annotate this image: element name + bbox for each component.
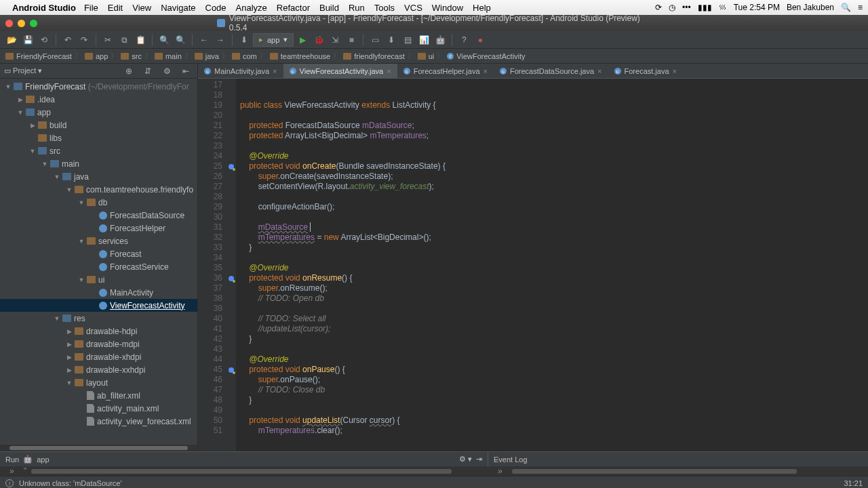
help-icon[interactable]: ? — [456, 33, 471, 47]
menu-vcs[interactable]: VCS — [404, 3, 422, 13]
tree-node[interactable]: ab_filter.xml — [0, 389, 197, 402]
breadcrumb-item[interactable]: ui — [418, 52, 435, 60]
tree-node[interactable]: ▼app — [0, 106, 197, 119]
menu-navigate[interactable]: Navigate — [161, 3, 195, 13]
breadcrumb-item[interactable]: main — [155, 52, 182, 60]
tree-node[interactable]: ▶drawable-xxhdpi — [0, 363, 197, 376]
wifi-icon[interactable]: ᯾ — [719, 3, 727, 12]
tree-node[interactable]: ▼com.teamtreehouse.friendlyfo — [0, 183, 197, 196]
tree-node[interactable]: ▶drawable-hdpi — [0, 325, 197, 338]
record-icon[interactable]: ● — [473, 33, 488, 47]
sdk-icon[interactable]: ⬇ — [384, 33, 399, 47]
event-log-header[interactable]: Event Log — [488, 452, 533, 466]
spotlight-icon[interactable]: 🔍 — [841, 3, 851, 12]
make-icon[interactable]: ⬇ — [237, 33, 252, 47]
run-config-selector[interactable]: ▸ app ▾ — [253, 33, 294, 47]
tree-node[interactable]: activity_main.xml — [0, 402, 197, 415]
replace-icon[interactable]: 🔍 — [173, 33, 188, 47]
menu-analyze[interactable]: Analyze — [236, 3, 267, 13]
breadcrumb-item[interactable]: teamtreehouse — [270, 52, 330, 60]
menu-icon[interactable]: ≡ — [858, 3, 863, 12]
tree-node[interactable]: Forecast — [0, 247, 197, 260]
run-icon[interactable]: ▶ — [295, 33, 310, 47]
editor-tab[interactable]: cViewForecastActivity.java× — [283, 64, 397, 78]
menu-edit[interactable]: Edit — [108, 3, 123, 13]
tree-node[interactable]: ViewForecastActivity — [0, 299, 197, 312]
avd-icon[interactable]: ▭ — [368, 33, 382, 47]
find-icon[interactable]: 🔍 — [157, 33, 172, 47]
copy-icon[interactable]: ⧉ — [117, 33, 132, 47]
minimize-icon[interactable]: ⇥ — [476, 455, 482, 464]
forward-icon[interactable]: → — [213, 33, 228, 47]
line-gutter[interactable]: 1718192021222324252627282930313233343536… — [198, 79, 226, 451]
scroll-to-icon[interactable]: ⊕ — [121, 64, 136, 78]
menu-refactor[interactable]: Refactor — [277, 3, 310, 13]
tree-node[interactable]: MainActivity — [0, 286, 197, 299]
clock[interactable]: Tue 2:54 PM — [734, 3, 780, 12]
tree-node[interactable]: ForecastService — [0, 260, 197, 273]
close-tab-icon[interactable]: × — [597, 67, 601, 75]
debug-icon[interactable]: 🐞 — [311, 33, 326, 47]
tree-node[interactable]: ▼ui — [0, 273, 197, 286]
run-panel-header[interactable]: Run 🤖 app ⚙ ▾ ⇥ — [0, 452, 488, 466]
clock-icon[interactable]: ◷ — [669, 3, 675, 12]
breadcrumb-item[interactable]: src — [121, 52, 142, 60]
close-tab-icon[interactable]: × — [673, 67, 677, 75]
paste-icon[interactable]: 📋 — [133, 33, 148, 47]
code-editor[interactable]: 1718192021222324252627282930313233343536… — [198, 79, 868, 451]
project-tree[interactable]: ▼ FriendlyForecast (~/Development/Friend… — [0, 79, 197, 445]
code-text[interactable]: public class ViewForecastActivity extend… — [236, 79, 868, 451]
close-tab-icon[interactable]: × — [273, 67, 277, 75]
monitor-icon[interactable]: 📊 — [416, 33, 431, 47]
app-name[interactable]: Android Studio — [12, 3, 76, 13]
attach-icon[interactable]: ⇲ — [328, 33, 342, 47]
zoom-window[interactable] — [30, 20, 37, 27]
close-tab-icon[interactable]: × — [387, 67, 391, 75]
menu-tools[interactable]: Tools — [374, 3, 395, 13]
tree-node[interactable]: ForecastHelper — [0, 222, 197, 235]
undo-icon[interactable]: ↶ — [60, 33, 75, 47]
tree-node[interactable]: ▼src — [0, 144, 197, 157]
project-view-selector[interactable]: ▭ Project ▾ — [4, 66, 42, 75]
tree-node[interactable]: ▼res — [0, 312, 197, 325]
menu-window[interactable]: Window — [432, 3, 463, 13]
bottom-scrollbars[interactable]: » '' » — [0, 466, 868, 476]
tree-node[interactable]: ▼services — [0, 235, 197, 247]
tree-node[interactable]: ▼java — [0, 170, 197, 183]
settings-icon[interactable]: ⚙ — [159, 64, 174, 78]
tree-node[interactable]: ForecastDataSource — [0, 209, 197, 222]
tree-node[interactable]: activity_view_forecast.xml — [0, 415, 197, 428]
hide-icon[interactable]: ⇤ — [178, 64, 193, 78]
info-icon[interactable]: i — [5, 479, 14, 487]
minimize-window[interactable] — [18, 20, 25, 27]
collapse-icon[interactable]: ⇵ — [140, 64, 155, 78]
breadcrumb-item[interactable]: cViewForecastActivity — [447, 52, 525, 60]
close-window[interactable] — [5, 20, 13, 27]
redo-icon[interactable]: ↷ — [77, 33, 92, 47]
tree-node[interactable]: ▼main — [0, 157, 197, 170]
breadcrumb-item[interactable]: java — [195, 52, 219, 60]
sync-icon[interactable]: ⟳ — [655, 3, 662, 12]
menu-help[interactable]: Help — [473, 3, 491, 13]
breadcrumb-item[interactable]: app — [85, 52, 108, 60]
breadcrumb-item[interactable]: FriendlyForecast — [5, 52, 72, 60]
tree-node[interactable]: ▶drawable-mdpi — [0, 338, 197, 350]
tree-node[interactable]: ▶.idea — [0, 93, 197, 106]
save-icon[interactable]: 💾 — [20, 33, 35, 47]
breadcrumb-item[interactable]: com — [232, 52, 257, 60]
menu-file[interactable]: File — [84, 3, 98, 13]
tree-node[interactable]: ▼db — [0, 196, 197, 209]
stop-icon[interactable]: ■ — [344, 33, 359, 47]
editor-tab[interactable]: cMainActivity.java× — [198, 64, 283, 78]
tree-node[interactable]: libs — [0, 131, 197, 144]
cut-icon[interactable]: ✂ — [100, 33, 115, 47]
user-name[interactable]: Ben Jakuben — [787, 3, 834, 12]
menu-build[interactable]: Build — [319, 3, 339, 13]
sidebar-scrollbar[interactable] — [0, 445, 197, 451]
ddms-icon[interactable]: ▤ — [400, 33, 415, 47]
back-icon[interactable]: ← — [197, 33, 212, 47]
dots-icon[interactable]: ••• — [682, 3, 691, 12]
sync-icon[interactable]: ⟲ — [37, 33, 52, 47]
close-tab-icon[interactable]: × — [484, 67, 488, 75]
signal-icon[interactable]: ▮▮▮ — [698, 3, 712, 12]
